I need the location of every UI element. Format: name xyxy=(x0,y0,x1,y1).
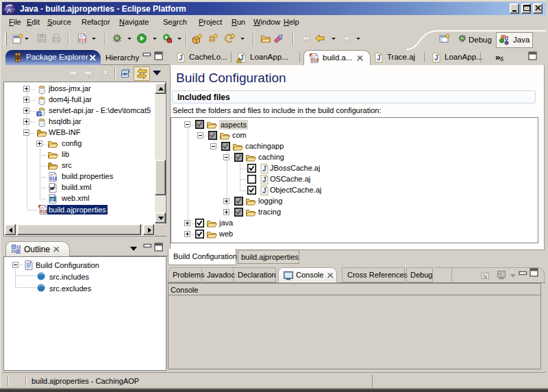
svg-text:010: 010 xyxy=(50,176,58,181)
svg-text:J: J xyxy=(262,187,266,195)
svg-text:J: J xyxy=(262,165,266,173)
svg-text:010: 010 xyxy=(79,38,86,42)
svg-text:J: J xyxy=(505,35,508,42)
svg-text:@: @ xyxy=(51,197,55,201)
svg-text:010: 010 xyxy=(312,58,319,62)
svg-text:J: J xyxy=(434,54,438,62)
svg-text:J: J xyxy=(179,54,183,62)
svg-text:J: J xyxy=(377,54,381,62)
svg-text:J: J xyxy=(262,176,266,184)
